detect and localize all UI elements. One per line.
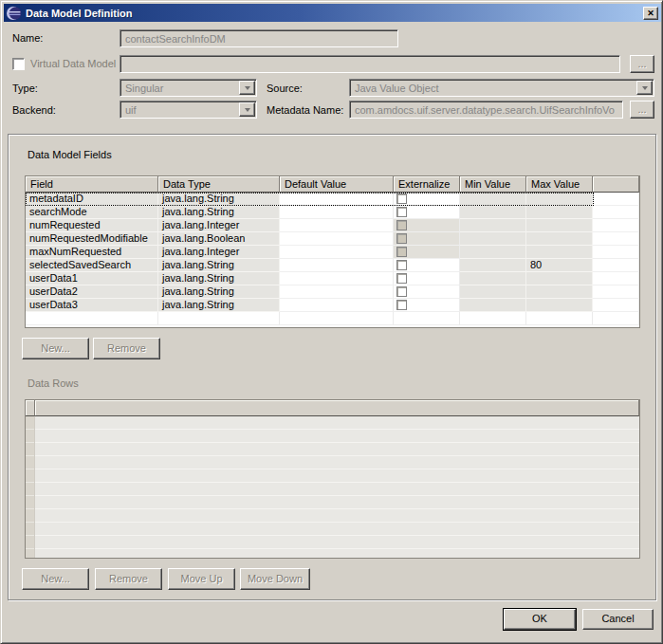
ok-button[interactable]: OK: [504, 609, 576, 630]
rows-remove-button[interactable]: Remove: [95, 568, 162, 590]
cell-data-type: java.lang.Boolean: [158, 232, 280, 246]
cell-data-type: java.lang.String: [158, 259, 280, 272]
cell-filler: [280, 312, 394, 325]
table-row[interactable]: numRequested java.lang.Integer: [26, 219, 639, 232]
type-select[interactable]: Singular: [120, 79, 257, 97]
cell-default-value[interactable]: [280, 193, 394, 206]
cell-filler: [593, 246, 639, 259]
data-rows-body[interactable]: [26, 416, 639, 558]
cell-filler: [158, 312, 280, 325]
cell-default-value[interactable]: [280, 285, 394, 299]
table-row[interactable]: selectedSavedSearch java.lang.String 80: [26, 259, 639, 272]
cell-max-value: [526, 272, 593, 285]
eclipse-app-icon: [7, 6, 22, 21]
data-rows-title: Data Rows: [28, 377, 79, 389]
cell-externalize[interactable]: [394, 272, 460, 285]
rows-move-down-button[interactable]: Move Down: [240, 568, 310, 590]
column-header-default-value[interactable]: Default Value: [280, 176, 394, 193]
cell-filler: [460, 312, 526, 325]
cell-filler: [593, 232, 639, 246]
externalize-checkbox[interactable]: [396, 220, 407, 230]
fields-table-body: metadataID java.lang.String searchMode j…: [26, 193, 639, 312]
cell-data-type: java.lang.String: [158, 299, 280, 312]
cell-default-value[interactable]: [280, 206, 394, 219]
data-rows-header-index[interactable]: [26, 400, 35, 416]
column-header-min-value[interactable]: Min Value: [460, 176, 526, 193]
cell-externalize[interactable]: [394, 259, 460, 272]
chevron-down-icon[interactable]: [239, 102, 255, 117]
close-icon[interactable]: ✕: [643, 7, 658, 20]
column-header-max-value[interactable]: Max Value: [526, 176, 593, 193]
cell-default-value[interactable]: [280, 259, 394, 272]
data-model-definition-dialog: Data Model Definition ✕ Name: contactSea…: [0, 0, 663, 644]
fields-new-button[interactable]: New...: [22, 338, 89, 359]
virtual-browse-button[interactable]: ...: [630, 55, 654, 73]
table-row[interactable]: searchMode java.lang.String: [26, 206, 639, 219]
name-field[interactable]: contactSearchInfoDM: [120, 29, 398, 47]
title-bar[interactable]: Data Model Definition ✕: [4, 4, 661, 22]
cell-data-type: java.lang.String: [158, 272, 280, 285]
cell-max-value: [526, 246, 593, 259]
backend-select[interactable]: uif: [120, 101, 257, 119]
backend-value: uif: [125, 104, 137, 116]
table-row[interactable]: maxNumRequested java.lang.Integer: [26, 246, 639, 259]
externalize-checkbox[interactable]: [396, 193, 407, 204]
cell-filler: [593, 285, 639, 299]
rows-new-button[interactable]: New...: [22, 568, 89, 590]
virtual-data-model-checkbox[interactable]: [12, 58, 25, 70]
rows-move-up-button[interactable]: Move Up: [168, 568, 235, 590]
externalize-checkbox[interactable]: [396, 207, 407, 217]
cell-externalize[interactable]: [394, 246, 460, 259]
cell-externalize[interactable]: [394, 206, 460, 219]
data-rows-table[interactable]: [25, 399, 640, 559]
externalize-checkbox[interactable]: [396, 286, 407, 297]
cell-data-type: java.lang.String: [158, 193, 280, 206]
column-header-blank[interactable]: [593, 176, 639, 193]
table-row[interactable]: userData2 java.lang.String: [26, 285, 639, 299]
column-header-externalize[interactable]: Externalize: [394, 176, 460, 193]
cell-filler: [593, 259, 639, 272]
cell-filler: [526, 312, 593, 325]
fields-remove-button[interactable]: Remove: [93, 338, 160, 359]
data-rows-header-blank[interactable]: [35, 400, 639, 416]
externalize-checkbox[interactable]: [396, 247, 407, 257]
cell-externalize[interactable]: [394, 299, 460, 312]
cell-max-value: [526, 219, 593, 232]
cell-externalize[interactable]: [394, 285, 460, 299]
table-row[interactable]: numRequestedModifiable java.lang.Boolean: [26, 232, 639, 246]
cell-min-value: [460, 193, 526, 206]
metadata-name-field[interactable]: com.amdocs.uif.server.datatype.search.Ui…: [349, 101, 623, 119]
cell-min-value: [460, 259, 526, 272]
cell-data-type: java.lang.String: [158, 206, 280, 219]
externalize-checkbox[interactable]: [396, 260, 407, 270]
cell-default-value[interactable]: [280, 219, 394, 232]
table-row[interactable]: userData3 java.lang.String: [26, 299, 639, 312]
cell-externalize[interactable]: [394, 232, 460, 246]
externalize-checkbox[interactable]: [396, 233, 407, 244]
virtual-data-model-field[interactable]: [120, 55, 620, 73]
table-row[interactable]: metadataID java.lang.String: [26, 193, 639, 206]
chevron-down-icon[interactable]: [239, 81, 255, 95]
data-model-fields-table[interactable]: Field Data Type Default Value Externaliz…: [25, 175, 640, 328]
cell-filler: [593, 219, 639, 232]
chevron-down-icon[interactable]: [636, 81, 653, 95]
cell-default-value[interactable]: [280, 272, 394, 285]
cell-min-value: [460, 299, 526, 312]
cell-field: selectedSavedSearch: [26, 259, 158, 272]
table-row[interactable]: userData1 java.lang.String: [26, 272, 639, 285]
metadata-browse-button[interactable]: ...: [630, 101, 654, 119]
cell-default-value[interactable]: [280, 299, 394, 312]
cell-data-type: java.lang.Integer: [158, 246, 280, 259]
externalize-checkbox[interactable]: [396, 273, 407, 284]
cell-max-value: [526, 299, 593, 312]
content-panel: Data Model Fields Field Data Type Defaul…: [8, 134, 656, 600]
cell-externalize[interactable]: [394, 193, 460, 206]
column-header-data-type[interactable]: Data Type: [158, 176, 280, 193]
cancel-button[interactable]: Cancel: [582, 609, 654, 630]
source-select[interactable]: Java Value Object: [349, 79, 654, 97]
externalize-checkbox[interactable]: [396, 300, 407, 310]
cell-default-value[interactable]: [280, 246, 394, 259]
column-header-field[interactable]: Field: [26, 176, 158, 193]
cell-externalize[interactable]: [394, 219, 460, 232]
cell-default-value[interactable]: [280, 232, 394, 246]
